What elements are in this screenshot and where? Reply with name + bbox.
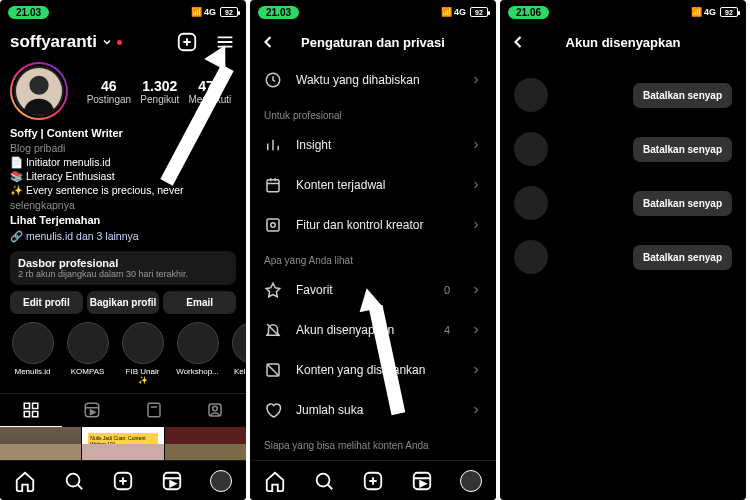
chevron-down-icon <box>101 36 113 48</box>
back-button[interactable] <box>508 32 528 52</box>
account-name[interactable] <box>558 240 623 274</box>
svg-marker-51 <box>420 481 426 487</box>
row-value: 4 <box>444 324 450 336</box>
highlight-cover <box>122 322 164 364</box>
unmute-button[interactable]: Batalkan senyap <box>633 245 732 270</box>
highlight-item[interactable]: Kelas Rad <box>230 322 246 385</box>
unmute-button[interactable]: Batalkan senyap <box>633 83 732 108</box>
svg-point-7 <box>29 76 48 95</box>
nav-home[interactable] <box>14 470 36 492</box>
account-name[interactable] <box>558 132 623 166</box>
settings-row[interactable]: Insight <box>250 125 496 165</box>
highlight-item[interactable]: Workshop... <box>175 322 220 385</box>
nav-search[interactable] <box>63 470 85 492</box>
battery-icon: 92 <box>720 7 738 17</box>
avatar[interactable] <box>514 240 548 274</box>
tab-reels[interactable] <box>62 394 124 427</box>
highlight-item[interactable]: FIB Unair ✨ <box>120 322 165 385</box>
avatar[interactable] <box>514 78 548 112</box>
highlight-label: Kelas Rad <box>230 367 246 376</box>
posts-grid: Nulis Jadi Cuan: Content Writing 101 <box>0 427 246 460</box>
avatar[interactable] <box>514 132 548 166</box>
status-bar: 21.06 📶 4G 92 <box>500 0 746 24</box>
nav-search[interactable] <box>313 470 335 492</box>
highlight-item[interactable]: KOMPAS <box>65 322 110 385</box>
settings-row[interactable]: Akun disenyapkan4 <box>250 310 496 350</box>
settings-row[interactable]: Konten terjadwal <box>250 165 496 205</box>
battery-icon: 92 <box>470 7 488 17</box>
settings-row[interactable]: Konten yang disarankan <box>250 350 496 390</box>
avatar[interactable] <box>514 186 548 220</box>
star-icon <box>264 281 282 299</box>
chevron-right-icon <box>470 404 482 416</box>
see-translation[interactable]: Lihat Terjemahan <box>0 214 246 228</box>
create-button[interactable] <box>176 31 198 53</box>
bio-link[interactable]: 🔗 menulis.id dan 3 lainnya <box>0 228 246 245</box>
status-clock: 21.03 <box>8 6 49 19</box>
back-button[interactable] <box>258 32 278 52</box>
followers-stat[interactable]: 1.302Pengikut <box>140 78 179 105</box>
following-stat[interactable]: 472Mengikuti <box>189 78 232 105</box>
email-button[interactable]: Email <box>163 291 236 314</box>
tab-guides[interactable] <box>123 394 185 427</box>
chevron-right-icon <box>470 74 482 86</box>
unmute-button[interactable]: Batalkan senyap <box>633 137 732 162</box>
search-icon <box>313 470 335 492</box>
settings-row[interactable]: Favorit0 <box>250 270 496 310</box>
post-thumb[interactable] <box>82 444 163 460</box>
row-label: Konten yang disarankan <box>296 363 456 377</box>
svg-line-40 <box>267 364 279 376</box>
highlight-item[interactable]: Menulis.id <box>10 322 55 385</box>
share-profile-button[interactable]: Bagikan profil <box>87 291 160 314</box>
nav-reels[interactable] <box>411 470 433 492</box>
highlight-label: Menulis.id <box>10 367 55 376</box>
search-icon <box>63 470 85 492</box>
row-label: Konten terjadwal <box>296 178 456 192</box>
edit-profile-button[interactable]: Edit profil <box>10 291 83 314</box>
nav-create[interactable] <box>362 470 384 492</box>
post-thumb[interactable] <box>165 444 246 460</box>
tools-icon <box>264 216 282 234</box>
svg-point-44 <box>316 473 329 486</box>
unmute-button[interactable]: Batalkan senyap <box>633 191 732 216</box>
highlight-label: FIB Unair ✨ <box>120 367 165 385</box>
muted-accounts-screen: 21.06 📶 4G 92 Akun disenyapkan Batalkan … <box>500 0 746 500</box>
menu-button[interactable] <box>214 31 236 53</box>
status-clock: 21.06 <box>508 6 549 19</box>
nav-create[interactable] <box>112 470 134 492</box>
clock-icon <box>264 71 282 89</box>
svg-line-20 <box>77 484 82 489</box>
battery-icon: 92 <box>220 7 238 17</box>
tagged-icon <box>206 401 224 419</box>
status-bar: 21.03 📶 4G 92 <box>0 0 246 24</box>
professional-dashboard[interactable]: Dasbor profesional 2 rb akun dijangkau d… <box>10 251 236 285</box>
notification-dot-icon <box>117 40 122 45</box>
account-name[interactable] <box>558 186 623 220</box>
profile-screen: 21.03 📶 4G 92 soffyaranti 46Posti <box>0 0 246 500</box>
more-link[interactable]: selengkapnya <box>10 199 75 211</box>
reels-icon <box>83 401 101 419</box>
highlights-tray[interactable]: Menulis.idKOMPASFIB Unair ✨Workshop...Ke… <box>0 314 246 389</box>
section-header: Siapa yang bisa melihat konten Anda <box>250 430 496 455</box>
page-title: Akun disenyapkan <box>566 35 681 50</box>
svg-rect-31 <box>267 180 279 192</box>
username-dropdown[interactable]: soffyaranti <box>10 32 122 52</box>
page-title: Pengaturan dan privasi <box>301 35 445 50</box>
posts-stat[interactable]: 46Postingan <box>87 78 131 105</box>
settings-row[interactable]: Fitur dan kontrol kreator <box>250 205 496 245</box>
signal-icon: 📶 <box>191 7 202 17</box>
settings-row[interactable]: Jumlah suka <box>250 390 496 430</box>
tab-tagged[interactable] <box>185 394 247 427</box>
avatar[interactable] <box>10 62 68 120</box>
settings-row[interactable]: Waktu yang dihabiskan <box>250 60 496 100</box>
post-thumb[interactable] <box>0 444 81 460</box>
tab-grid[interactable] <box>0 394 62 427</box>
plus-square-icon <box>362 470 384 492</box>
nav-profile[interactable] <box>460 470 482 492</box>
account-name[interactable] <box>558 78 623 112</box>
nav-home[interactable] <box>264 470 286 492</box>
nav-profile[interactable] <box>210 470 232 492</box>
chevron-right-icon <box>470 284 482 296</box>
row-label: Waktu yang dihabiskan <box>296 73 456 87</box>
nav-reels[interactable] <box>161 470 183 492</box>
